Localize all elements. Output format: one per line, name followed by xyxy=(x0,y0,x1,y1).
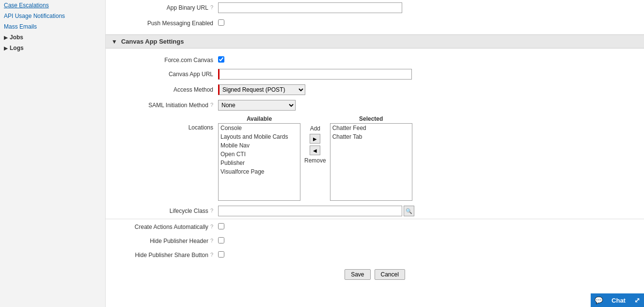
force-canvas-label: Force.com Canvas xyxy=(111,55,218,64)
create-actions-control xyxy=(218,222,638,231)
chat-widget[interactable]: 💬 Chat ⤢ xyxy=(591,293,644,307)
create-actions-help-icon[interactable]: ? xyxy=(210,224,213,229)
save-button[interactable]: Save xyxy=(345,269,370,280)
canvas-app-url-input[interactable]: https://gssapp.herokuapp.com/canvas.jsp xyxy=(218,69,412,80)
push-messaging-checkbox[interactable] xyxy=(218,19,224,26)
available-item-visualforce[interactable]: Visualforce Page xyxy=(219,167,300,176)
hide-publisher-header-checkbox[interactable] xyxy=(218,237,224,243)
force-canvas-control xyxy=(218,55,638,64)
sidebar-item-mass-emails[interactable]: Mass Emails xyxy=(0,21,105,32)
lifecycle-search-button[interactable]: 🔍 xyxy=(404,206,414,216)
hide-publisher-share-control xyxy=(218,250,638,259)
locations-container: Available Console Layouts and Mobile Car… xyxy=(218,115,638,201)
force-canvas-checkbox[interactable] xyxy=(218,56,224,63)
selected-list-wrapper: Selected Chatter Feed Chatter Tab xyxy=(330,115,412,201)
chat-icon: 💬 xyxy=(595,296,603,304)
available-item-open-cti[interactable]: Open CTI xyxy=(219,150,300,159)
available-header: Available xyxy=(218,115,300,122)
access-method-label: Access Method xyxy=(111,84,218,93)
hide-publisher-header-label: Hide Publisher Header ? xyxy=(111,236,218,244)
hide-publisher-header-help-icon[interactable]: ? xyxy=(210,238,213,243)
sidebar: Case Escalations API Usage Notifications… xyxy=(0,0,106,307)
hide-publisher-share-help-icon[interactable]: ? xyxy=(210,252,213,258)
available-item-mobile-nav[interactable]: Mobile Nav xyxy=(219,141,300,150)
force-canvas-row: Force.com Canvas xyxy=(106,52,644,66)
canvas-section-title: Canvas App Settings xyxy=(121,38,184,45)
lifecycle-help-icon[interactable]: ? xyxy=(210,208,213,213)
app-binary-url-control xyxy=(218,2,638,13)
locations-label: Locations xyxy=(111,115,218,131)
saml-initiation-row: SAML Initiation Method ? None IdP-Initia… xyxy=(106,97,644,113)
add-label: Add xyxy=(310,125,320,132)
lifecycle-class-row: Lifecycle Class ? 🔍 xyxy=(106,203,644,219)
canvas-app-url-control: https://gssapp.herokuapp.com/canvas.jsp xyxy=(218,69,638,80)
remove-button[interactable]: ◀ xyxy=(310,145,320,155)
push-messaging-row: Push Messaging Enabled xyxy=(106,16,644,30)
form-section: App Binary URL ? Push Messaging Enabled … xyxy=(106,0,644,292)
saml-help-icon[interactable]: ? xyxy=(210,102,213,108)
locations-row: Locations Available Console Layouts and … xyxy=(106,113,644,203)
app-binary-url-input[interactable] xyxy=(218,2,402,13)
saml-initiation-control: None IdP-Initiated SP-Initiated xyxy=(218,100,638,111)
button-row: Save Cancel xyxy=(106,261,644,288)
saml-initiation-select[interactable]: None IdP-Initiated SP-Initiated xyxy=(218,100,296,111)
logs-arrow-icon: ▶ xyxy=(4,46,8,51)
lifecycle-class-control: 🔍 xyxy=(218,206,638,216)
available-item-publisher[interactable]: Publisher xyxy=(219,159,300,167)
hide-publisher-share-row: Hide Publisher Share Button ? xyxy=(106,247,644,261)
selected-item-chatter-feed[interactable]: Chatter Feed xyxy=(330,124,412,132)
sidebar-item-jobs[interactable]: ▶ Jobs xyxy=(0,32,105,43)
add-remove-area: Add ▶ ◀ Remove xyxy=(304,115,326,164)
search-icon: 🔍 xyxy=(406,208,412,214)
lifecycle-class-label: Lifecycle Class ? xyxy=(111,206,218,214)
access-method-row: Access Method Signed Request (POST) OAut… xyxy=(106,82,644,97)
remove-label: Remove xyxy=(304,157,326,164)
canvas-section-arrow-icon[interactable]: ▼ xyxy=(111,38,117,45)
hide-publisher-header-control xyxy=(218,236,638,245)
selected-item-chatter-tab[interactable]: Chatter Tab xyxy=(330,132,412,141)
chat-expand-icon[interactable]: ⤢ xyxy=(634,296,640,304)
jobs-arrow-icon: ▶ xyxy=(4,35,8,40)
app-binary-url-label: App Binary URL ? xyxy=(111,2,218,11)
canvas-section-header: ▼ Canvas App Settings xyxy=(106,34,644,48)
locations-control: Available Console Layouts and Mobile Car… xyxy=(218,115,638,201)
hide-publisher-share-label: Hide Publisher Share Button ? xyxy=(111,250,218,259)
canvas-app-url-label: Canvas App URL xyxy=(111,69,218,78)
saml-initiation-label: SAML Initiation Method ? xyxy=(111,100,218,109)
create-actions-label: Create Actions Automatically ? xyxy=(111,222,218,230)
create-actions-row: Create Actions Automatically ? xyxy=(106,219,644,233)
available-item-layouts[interactable]: Layouts and Mobile Cards xyxy=(219,132,300,141)
hide-publisher-share-checkbox[interactable] xyxy=(218,251,224,258)
access-method-select[interactable]: Signed Request (POST) OAuth xyxy=(218,84,305,95)
available-list-wrapper: Available Console Layouts and Mobile Car… xyxy=(218,115,300,201)
push-messaging-control xyxy=(218,18,638,27)
sidebar-item-case-escalations[interactable]: Case Escalations xyxy=(0,0,105,11)
access-method-control: Signed Request (POST) OAuth xyxy=(218,84,638,95)
main-content: App Binary URL ? Push Messaging Enabled … xyxy=(106,0,644,307)
push-messaging-label: Push Messaging Enabled xyxy=(111,18,218,27)
app-binary-url-help-icon[interactable]: ? xyxy=(210,4,213,10)
canvas-app-url-row: Canvas App URL https://gssapp.herokuapp.… xyxy=(106,66,644,82)
cancel-button[interactable]: Cancel xyxy=(375,269,405,280)
lifecycle-class-input[interactable] xyxy=(218,206,402,216)
available-item-console[interactable]: Console xyxy=(219,124,300,132)
sidebar-item-api-usage[interactable]: API Usage Notifications xyxy=(0,11,105,21)
selected-listbox[interactable]: Chatter Feed Chatter Tab xyxy=(330,123,412,201)
selected-header: Selected xyxy=(330,115,412,122)
sidebar-item-logs[interactable]: ▶ Logs xyxy=(0,43,105,53)
create-actions-checkbox[interactable] xyxy=(218,223,224,229)
chat-label: Chat xyxy=(612,297,626,304)
app-binary-url-row: App Binary URL ? xyxy=(106,0,644,16)
add-button[interactable]: ▶ xyxy=(310,134,320,144)
available-listbox[interactable]: Console Layouts and Mobile Cards Mobile … xyxy=(218,123,300,201)
hide-publisher-header-row: Hide Publisher Header ? xyxy=(106,233,644,247)
